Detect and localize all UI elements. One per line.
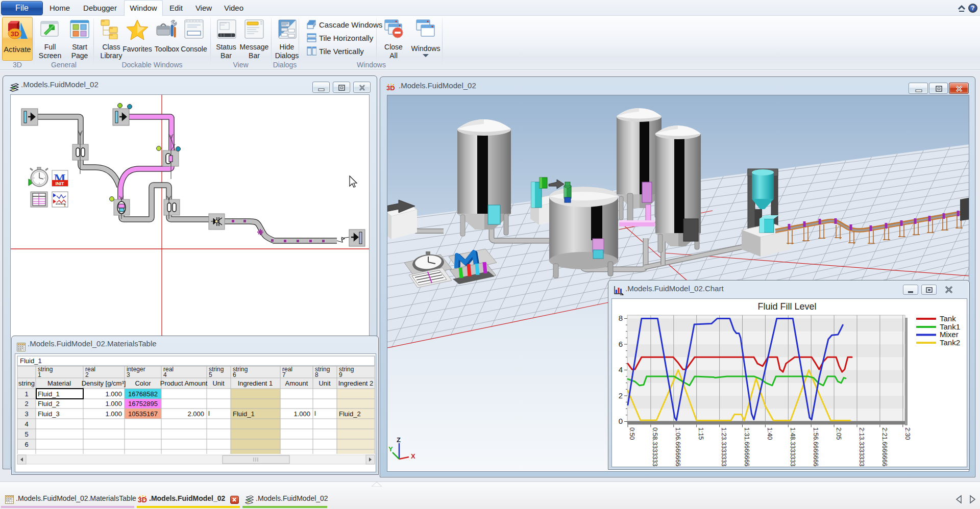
svg-text:2:05: 2:05 — [835, 427, 842, 440]
svg-text:2.000: 2.000 — [187, 410, 204, 418]
svg-text:Fluid_1: Fluid_1 — [20, 357, 42, 365]
svg-text:2: 2 — [619, 391, 623, 400]
svg-text:l: l — [314, 410, 316, 417]
svg-text:0:58.3333333333: 0:58.3333333333 — [651, 427, 658, 467]
svg-text:Product Amount: Product Amount — [160, 379, 208, 387]
svg-text:1:23.3333333333: 1:23.3333333333 — [720, 427, 727, 467]
svg-text:16768582: 16768582 — [128, 390, 158, 398]
svg-text:3D: 3D — [386, 84, 395, 92]
svg-text:1:40: 1:40 — [766, 427, 773, 440]
svg-text:Fluid_2: Fluid_2 — [38, 400, 60, 408]
svg-text:Y: Y — [388, 445, 393, 453]
svg-text:l: l — [208, 410, 210, 417]
svg-text:1:31.6666666666: 1:31.6666666666 — [743, 427, 750, 467]
svg-text:Tank: Tank — [940, 314, 956, 323]
svg-text:10535167: 10535167 — [128, 410, 158, 418]
svg-text:Mixer: Mixer — [940, 330, 959, 339]
svg-text:X: X — [411, 452, 415, 460]
svg-text:3: 3 — [24, 410, 28, 418]
svg-text:Amount: Amount — [285, 379, 308, 387]
svg-text:5: 5 — [209, 371, 212, 378]
svg-text:3: 3 — [127, 371, 130, 378]
svg-text:2:21.6666666666: 2:21.6666666666 — [881, 427, 888, 467]
svg-text:Fluid_1: Fluid_1 — [233, 410, 255, 418]
svg-text:1.000: 1.000 — [105, 400, 122, 408]
svg-text:Fluid_2: Fluid_2 — [339, 410, 361, 418]
svg-text:Fluid Fill Level: Fluid Fill Level — [757, 301, 816, 312]
svg-text:Fluid_3: Fluid_3 — [38, 410, 60, 418]
svg-text:8: 8 — [619, 314, 623, 322]
svg-text:Tank2: Tank2 — [940, 338, 960, 347]
svg-text:1:15: 1:15 — [697, 427, 704, 440]
svg-text:1.000: 1.000 — [105, 410, 122, 418]
svg-text:7: 7 — [282, 371, 286, 378]
svg-text:Ingredient 1: Ingredient 1 — [238, 379, 273, 387]
svg-text:1:48.3333333333: 1:48.3333333333 — [789, 427, 796, 467]
svg-text:2: 2 — [24, 400, 28, 408]
svg-text:4: 4 — [619, 365, 623, 374]
svg-text:1.000: 1.000 — [105, 390, 122, 398]
svg-text:8: 8 — [315, 371, 318, 378]
svg-text:1:56.6666666666: 1:56.6666666666 — [812, 427, 819, 467]
svg-text:3D: 3D — [11, 30, 19, 38]
svg-text:9: 9 — [339, 371, 342, 378]
svg-text:4: 4 — [24, 420, 28, 428]
svg-text:Unit: Unit — [318, 379, 331, 387]
svg-text:2: 2 — [85, 371, 89, 378]
svg-text:4: 4 — [163, 371, 167, 378]
svg-text:Material: Material — [47, 379, 71, 387]
svg-text:Ingredient 2: Ingredient 2 — [338, 379, 374, 387]
svg-text:6: 6 — [619, 340, 623, 348]
svg-text:Unit: Unit — [212, 379, 225, 387]
svg-text:Density [g/cm³]: Density [g/cm³] — [82, 379, 126, 387]
svg-text:Z: Z — [397, 436, 401, 444]
svg-text:Fluid_1: Fluid_1 — [38, 390, 60, 398]
svg-text:0: 0 — [619, 417, 623, 425]
svg-text:0:50: 0:50 — [628, 427, 635, 440]
svg-text:string: string — [18, 379, 35, 387]
svg-text:2:30: 2:30 — [904, 427, 911, 440]
svg-text:16752895: 16752895 — [128, 400, 158, 408]
svg-text:INIT: INIT — [56, 181, 65, 186]
svg-text:Color: Color — [135, 379, 151, 387]
svg-text:2:13.3333333333: 2:13.3333333333 — [858, 427, 865, 467]
svg-text:1:06.6666666666: 1:06.6666666666 — [674, 427, 681, 467]
svg-text:6: 6 — [24, 441, 28, 448]
svg-text:1: 1 — [24, 390, 28, 398]
svg-text:1: 1 — [38, 371, 41, 378]
svg-text:6: 6 — [233, 371, 236, 378]
svg-text:1.000: 1.000 — [293, 410, 310, 418]
svg-text:5: 5 — [24, 430, 28, 438]
